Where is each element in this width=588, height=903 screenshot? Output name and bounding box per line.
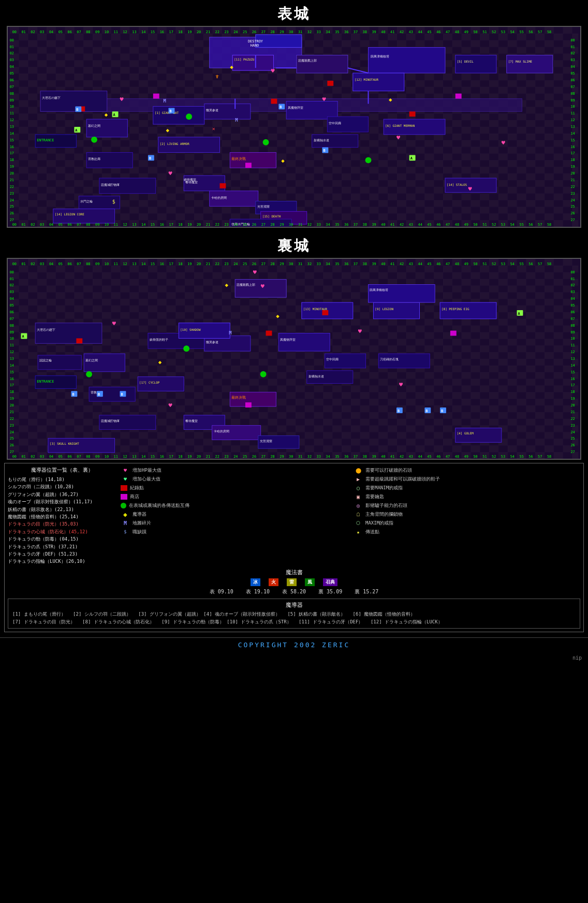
- legend-item-heart-green: ♥ 増加心最大值: [121, 475, 347, 483]
- svg-text:07: 07: [10, 317, 14, 321]
- svg-text:09: 09: [95, 455, 99, 459]
- svg-text:27: 27: [10, 450, 14, 454]
- svg-text:14: 14: [570, 132, 575, 136]
- monster-desc-title: 魔導器: [12, 601, 576, 609]
- svg-text:ENTRANCE: ENTRANCE: [37, 380, 54, 384]
- magic-book-title: 魔法書: [8, 569, 580, 576]
- svg-text:24: 24: [233, 30, 238, 34]
- svg-text:27: 27: [570, 450, 575, 454]
- svg-text:[13] MINOTAUR: [13] MINOTAUR: [303, 307, 328, 311]
- svg-text:21: 21: [570, 178, 575, 182]
- svg-text:27: 27: [261, 223, 266, 227]
- stat-omote-1: 表 09.10: [210, 588, 233, 595]
- page-wrapper: 表城 000102 030405 060708 09: [0, 0, 588, 664]
- barrier-icon: ☖: [354, 511, 363, 518]
- item-list-section: 魔導器位置一覧（表、裏） もりの尾（滑行）(14,18) シルフの羽（二段跳）(…: [8, 467, 116, 565]
- bottom-map-title: 裏城: [0, 232, 588, 258]
- svg-text:05: 05: [570, 303, 575, 308]
- teleport-icon: [121, 503, 126, 508]
- svg-text:05: 05: [58, 455, 63, 459]
- svg-text:B: B: [169, 109, 171, 113]
- svg-text:刀疤磚的石塊: 刀疤磚的石塊: [380, 357, 399, 361]
- svg-text:14: 14: [141, 30, 145, 34]
- svg-text:12: 12: [123, 30, 127, 34]
- svg-text:◆: ◆: [230, 64, 233, 70]
- svg-text:光苦淵窟: 光苦淵窟: [257, 205, 270, 208]
- svg-text:41: 41: [390, 30, 394, 34]
- svg-text:26: 26: [10, 443, 14, 447]
- magic-book-section: 魔法書 冰 火 雷 風 召典: [8, 569, 580, 595]
- svg-text:[14] LEGION CORE: [14] LEGION CORE: [55, 212, 84, 216]
- svg-text:04: 04: [570, 297, 575, 301]
- svg-text:42: 42: [400, 455, 404, 459]
- svg-text:[9] LEGION: [9] LEGION: [375, 307, 393, 311]
- svg-text:09: 09: [95, 30, 99, 34]
- svg-text:HAND: HAND: [251, 43, 259, 48]
- icon-legend-section: ♥ 増加HP最大值 ⬤ 需要可以打破牆的石頭 ♥ 増加心最大值 ▶: [121, 467, 580, 535]
- svg-text:00: 00: [12, 455, 17, 459]
- top-map-container: 000102 030405 060708 091011 121314 15161…: [7, 26, 581, 228]
- svg-text:16: 16: [10, 145, 14, 149]
- svg-text:25: 25: [570, 205, 575, 209]
- legend-item-maxim: ⬡ MAXIM的戒指: [354, 519, 580, 527]
- svg-text:58: 58: [547, 30, 551, 34]
- svg-text:03: 03: [10, 58, 14, 62]
- svg-text:08: 08: [86, 262, 90, 266]
- list-item: ドラキュラの心城（防石化）(45,12): [8, 528, 116, 535]
- svg-text:因果津橋核塔: 因果津橋核塔: [370, 288, 388, 292]
- svg-text:35: 35: [335, 223, 339, 227]
- svg-text:09: 09: [95, 262, 99, 266]
- svg-text:[15] DEATH: [15] DEATH: [262, 214, 281, 218]
- svg-text:23: 23: [10, 424, 14, 428]
- ice-badge: 冰: [251, 578, 260, 586]
- svg-text:04: 04: [49, 262, 53, 266]
- svg-text:24: 24: [233, 262, 238, 266]
- svg-text:B: B: [121, 392, 123, 397]
- svg-text:08: 08: [570, 92, 575, 96]
- svg-text:39: 39: [372, 455, 376, 459]
- svg-text:♥: ♥: [253, 269, 257, 276]
- svg-rect-102: [455, 55, 496, 73]
- svg-text:42: 42: [400, 262, 404, 266]
- svg-text:36: 36: [344, 30, 348, 34]
- svg-text:01: 01: [570, 45, 575, 49]
- svg-text:36: 36: [344, 223, 348, 227]
- svg-text:[14] STALOS: [14] STALOS: [447, 183, 467, 186]
- svg-text:11: 11: [10, 111, 14, 115]
- svg-point-172: [263, 139, 269, 145]
- svg-text:10: 10: [105, 30, 109, 34]
- svg-text:17: 17: [169, 223, 173, 227]
- bottom-section: 魔導器位置一覧（表、裏） もりの尾（滑行）(14,18) シルフの羽（二段跳）(…: [0, 460, 588, 635]
- svg-text:♥: ♥: [468, 185, 473, 193]
- svg-text:06: 06: [68, 262, 72, 266]
- svg-text:04: 04: [49, 455, 53, 459]
- svg-text:M: M: [235, 118, 238, 123]
- svg-text:10: 10: [10, 105, 14, 109]
- svg-text:[3] SKULL KNIGHT: [3] SKULL KNIGHT: [50, 442, 79, 445]
- svg-text:M: M: [229, 330, 231, 336]
- svg-rect-442: [76, 338, 82, 343]
- svg-text:◆: ◆: [158, 359, 162, 366]
- svg-text:[11] PAZUZU: [11] PAZUZU: [234, 57, 255, 61]
- svg-text:19: 19: [570, 165, 575, 169]
- svg-text:11: 11: [114, 223, 118, 227]
- monster-5: [5] 妖精の書（顕示敵名）: [287, 611, 345, 617]
- svg-rect-106: [353, 73, 404, 91]
- svg-text:39: 39: [372, 30, 376, 34]
- svg-text:08: 08: [570, 324, 575, 328]
- svg-text:37: 37: [354, 455, 358, 459]
- svg-text:06: 06: [68, 455, 72, 459]
- svg-text:B: B: [149, 156, 151, 161]
- svg-text:29: 29: [280, 223, 284, 227]
- svg-text:58: 58: [547, 223, 551, 227]
- svg-text:05: 05: [10, 303, 14, 308]
- svg-rect-167: [219, 183, 226, 188]
- svg-text:00: 00: [12, 262, 17, 266]
- svg-text:卡哈的房間: 卡哈的房間: [214, 429, 229, 433]
- star-icon: ★: [354, 528, 363, 535]
- svg-text:41: 41: [390, 455, 394, 459]
- svg-text:惡魔殺戮上部: 惡魔殺戮上部: [298, 59, 317, 62]
- svg-text:55: 55: [519, 30, 523, 34]
- svg-text:[17] CYCLOP: [17] CYCLOP: [139, 381, 160, 384]
- svg-text:31: 31: [298, 262, 302, 266]
